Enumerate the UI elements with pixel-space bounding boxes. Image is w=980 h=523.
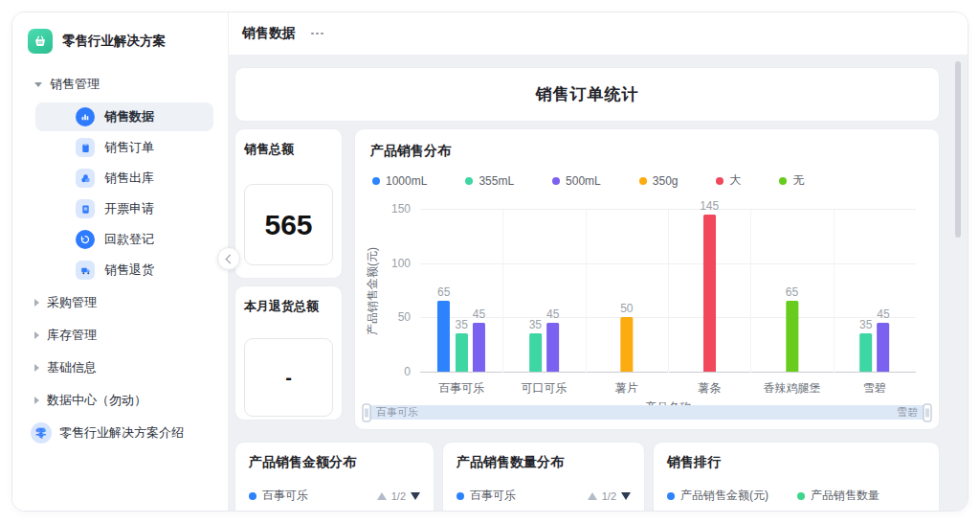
legend-item[interactable]: 产品销售金额(元)	[667, 488, 768, 504]
page-down-icon[interactable]	[411, 492, 420, 500]
caret-right-icon	[34, 397, 39, 404]
card-legend-row: 产品销售金额(元)产品销售数量	[667, 488, 925, 504]
stat-title: 销售总额	[244, 141, 333, 158]
chart-bar[interactable]	[529, 333, 542, 372]
legend-label: 500mL	[566, 174, 601, 188]
sidebar-item[interactable]: 回款登记	[35, 225, 213, 254]
bar-group: 145	[700, 200, 719, 372]
card-legend-row: 百事可乐1/2	[457, 488, 631, 504]
chart-bar[interactable]	[703, 215, 716, 372]
chart-bar[interactable]	[456, 333, 468, 372]
legend-item[interactable]: 产品销售数量	[797, 488, 880, 504]
sidebar-group[interactable]: 销售管理	[12, 68, 228, 101]
sidebar-collapse-button[interactable]	[217, 247, 240, 270]
legend-label: 1000mL	[386, 174, 427, 188]
x-category-label: 薯片	[615, 380, 638, 397]
sidebar-item-label: 回款登记	[104, 231, 154, 248]
tab-more-menu-icon[interactable]	[307, 29, 327, 39]
bar-value-label: 45	[473, 308, 485, 320]
sidebar-group[interactable]: 基础信息	[12, 352, 228, 384]
chart-bar[interactable]	[878, 323, 890, 372]
sidebar-item[interactable]: 销售数据	[35, 102, 213, 131]
legend-label: 大	[729, 172, 741, 189]
gridline-vertical	[668, 210, 669, 373]
bar-group: 50	[620, 303, 633, 372]
sidebar-nav: 销售管理销售数据销售订单销售出库开票申请回款登记销售退货采购管理库存管理基础信息…	[12, 57, 228, 449]
legend-dot-icon	[457, 492, 464, 500]
sidebar-item[interactable]: 销售出库	[35, 164, 213, 193]
legend-item[interactable]: 350g	[639, 174, 679, 188]
sidebar-group-label: 基础信息	[47, 359, 97, 376]
gridline-vertical	[586, 210, 587, 373]
chart-bar[interactable]	[859, 333, 872, 372]
bar-group: 3545	[859, 308, 890, 372]
tab-bar: 销售数据	[229, 12, 968, 56]
chart-bar[interactable]	[473, 323, 485, 372]
bar-wrap: 35	[455, 319, 467, 372]
legend-item[interactable]: 大	[716, 172, 741, 189]
legend-label: 产品销售数量	[811, 488, 880, 504]
vertical-scrollbar[interactable]	[955, 61, 961, 238]
legend-label: 355mL	[479, 174, 514, 188]
datazoom-left-handle-icon[interactable]	[363, 403, 371, 421]
legend-item[interactable]: 百事可乐	[249, 488, 308, 504]
sidebar-group[interactable]: 库存管理	[12, 319, 228, 352]
bar-value-label: 45	[546, 308, 559, 320]
legend-item[interactable]: 无	[779, 172, 804, 189]
chart-bar[interactable]	[546, 323, 559, 372]
legend-dot-icon	[667, 492, 675, 500]
stat-value-box: -	[244, 338, 333, 417]
x-category-label: 香辣鸡腿堡	[764, 380, 821, 397]
card-legend: 产品销售金额(元)产品销售数量	[667, 488, 880, 504]
sidebar-footer-item[interactable]: 零零售行业解决方案介绍	[12, 417, 228, 449]
legend-item[interactable]: 百事可乐	[457, 488, 516, 504]
datazoom-start-label: 百事可乐	[376, 407, 418, 418]
chart-bar[interactable]	[786, 301, 798, 372]
datazoom-right-handle-icon[interactable]	[924, 403, 932, 421]
sidebar-item-label: 销售订单	[104, 139, 154, 156]
x-category-label: 百事可乐	[438, 380, 484, 397]
bottom-card: 产品销售数量分布百事可乐1/2	[442, 442, 645, 511]
legend-pager: 1/2	[377, 490, 420, 502]
sidebar-group-label: 销售管理	[50, 76, 100, 93]
page-up-icon[interactable]	[588, 492, 597, 500]
sidebar-group[interactable]: 采购管理	[12, 286, 228, 319]
invoice-icon	[76, 199, 95, 218]
legend-label: 产品销售金额(元)	[680, 488, 768, 504]
legend-item[interactable]: 500mL	[552, 174, 601, 188]
solution-intro-icon: 零	[31, 422, 52, 443]
legend-dot-icon	[249, 492, 256, 500]
stats-column: 销售总额 565 本月退货总额 -	[234, 128, 343, 430]
chart-body: 产品销售金额(元) 050100150653545354550145653545…	[370, 189, 924, 419]
chart-bar[interactable]	[620, 317, 633, 372]
legend-label: 百事可乐	[470, 488, 516, 504]
sidebar-header: 零售行业解决方案	[12, 12, 228, 57]
sidebar-group-label: 采购管理	[47, 294, 97, 311]
datazoom-slider[interactable]: 百事可乐 雪碧	[367, 405, 927, 420]
card-title: 产品销售金额分布	[249, 454, 420, 471]
legend-item[interactable]: 1000mL	[372, 174, 427, 188]
bar-wrap: 45	[473, 308, 485, 372]
page-down-icon[interactable]	[621, 492, 631, 500]
sidebar-item[interactable]: 销售退货	[35, 256, 213, 284]
clipboard-icon	[76, 138, 95, 157]
card-legend: 百事可乐	[457, 488, 516, 504]
card-legend-row: 百事可乐1/2	[249, 488, 420, 504]
y-tick-label: 50	[398, 311, 411, 323]
x-category-label: 薯条	[698, 380, 721, 397]
product-sales-distribution-card: 产品销售分布 1000mL355mL500mL350g大无 产品销售金额(元) …	[354, 128, 940, 430]
sidebar-item[interactable]: 销售订单	[35, 133, 213, 162]
legend-label: 350g	[653, 174, 679, 188]
monthly-returns-card: 本月退货总额 -	[234, 285, 343, 421]
bottom-card: 销售排行产品销售金额(元)产品销售数量	[653, 442, 940, 511]
stat-value: -	[285, 367, 292, 389]
bar-value-label: 65	[437, 286, 450, 298]
gridline-vertical	[750, 210, 751, 373]
gridline-vertical	[834, 210, 835, 373]
sidebar-group[interactable]: 数据中心（勿动）	[12, 384, 228, 417]
stats-and-chart-row: 销售总额 565 本月退货总额 - 产品销售分布 1000mL355mL	[234, 128, 940, 430]
page-up-icon[interactable]	[377, 492, 387, 500]
sidebar-item[interactable]: 开票申请	[35, 194, 213, 223]
chart-bar[interactable]	[437, 301, 450, 372]
legend-item[interactable]: 355mL	[465, 174, 514, 188]
